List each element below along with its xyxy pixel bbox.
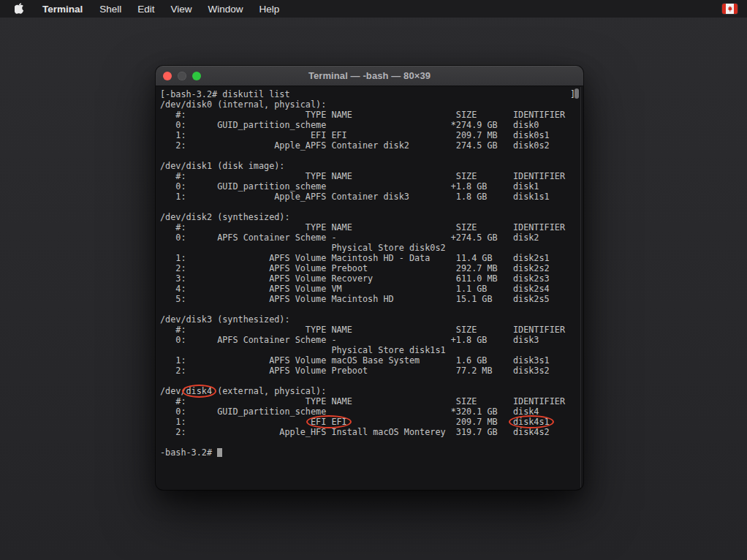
menu-shell[interactable]: Shell [91, 0, 129, 18]
terminal-line: 5: APFS Volume Macintosh HD 15.1 GB disk… [160, 294, 583, 304]
terminal-line: 1: APFS Volume macOS Base System 1.6 GB … [160, 355, 583, 366]
terminal-line: 0: GUID_partition_scheme *274.9 GB disk0 [160, 120, 583, 130]
terminal-line: 4: APFS Volume VM 1.1 GB disk2s4 [160, 284, 583, 294]
terminal-line: 1: EFI EFI 209.7 MB disk0s1 [160, 130, 583, 140]
terminal-line: 2: APFS Volume Preboot 292.7 MB disk2s2 [160, 263, 583, 273]
terminal-line: Physical Store disk0s2 [160, 243, 583, 253]
terminal-line: /dev/disk4 (external, physical): [160, 386, 583, 396]
terminal-line: #: TYPE NAME SIZE IDENTIFIER [160, 396, 583, 406]
terminal-line [160, 151, 583, 161]
terminal-window: Terminal — -bash — 80×39 [-bash-3.2# dis… [156, 66, 583, 490]
terminal-line: #: TYPE NAME SIZE IDENTIFIER [160, 110, 583, 120]
menu-bar: Terminal Shell Edit View Window Help [0, 0, 747, 18]
minimize-button[interactable] [178, 72, 186, 80]
terminal-line: #: TYPE NAME SIZE IDENTIFIER [160, 222, 583, 232]
terminal-line: 2: APFS Volume Preboot 77.2 MB disk3s2 [160, 366, 583, 376]
zoom-button[interactable] [192, 72, 201, 80]
terminal-line: 0: GUID_partition_scheme +1.8 GB disk1 [160, 181, 583, 192]
terminal-content[interactable]: [-bash-3.2# diskutil list ]/dev/disk0 (i… [156, 87, 583, 490]
terminal-line: 1: EFI EFI 209.7 MB disk4s1 [160, 417, 583, 427]
close-button[interactable] [163, 72, 172, 80]
terminal-line: 3: APFS Volume Recovery 611.0 MB disk2s3 [160, 273, 583, 284]
terminal-line: /dev/disk2 (synthesized): [160, 212, 583, 222]
terminal-line: /dev/disk0 (internal, physical): [160, 99, 583, 110]
scrollbar-thumb[interactable] [575, 88, 579, 99]
terminal-line: Physical Store disk1s1 [160, 345, 583, 355]
terminal-line: /dev/disk1 (disk image): [160, 161, 583, 171]
maple-leaf-icon [727, 5, 733, 12]
terminal-line: #: TYPE NAME SIZE IDENTIFIER [160, 325, 583, 335]
terminal-line: 2: Apple_HFS Install macOS Monterey 319.… [160, 427, 583, 437]
apple-icon [15, 2, 24, 16]
input-source-menu[interactable] [720, 0, 740, 18]
menu-view[interactable]: View [163, 0, 200, 18]
terminal-line: /dev/disk3 (synthesized): [160, 314, 583, 325]
scrollbar-track [580, 87, 581, 488]
menu-help[interactable]: Help [251, 0, 288, 18]
canada-flag-icon [722, 4, 737, 14]
terminal-line [160, 304, 583, 314]
terminal-line: 1: APFS Volume Macintosh HD - Data 11.4 … [160, 253, 583, 263]
terminal-line [160, 437, 583, 447]
window-title: Terminal — -bash — 80×39 [308, 70, 431, 81]
terminal-line: 1: Apple_APFS Container disk3 1.8 GB dis… [160, 192, 583, 202]
traffic-lights [163, 66, 201, 86]
window-titlebar[interactable]: Terminal — -bash — 80×39 [156, 66, 583, 86]
terminal-line: 0: APFS Container Scheme - +274.5 GB dis… [160, 232, 583, 243]
terminal-line: -bash-3.2# [160, 447, 583, 458]
terminal-line: #: TYPE NAME SIZE IDENTIFIER [160, 171, 583, 181]
terminal-line: [-bash-3.2# diskutil list ] [160, 89, 583, 99]
terminal-output: [-bash-3.2# diskutil list ]/dev/disk0 (i… [160, 89, 583, 458]
terminal-line: 0: APFS Container Scheme - +1.8 GB disk3 [160, 335, 583, 345]
terminal-line: 2: Apple_APFS Container disk2 274.5 GB d… [160, 140, 583, 151]
terminal-cursor [217, 448, 222, 457]
terminal-line [160, 202, 583, 212]
menu-app-terminal[interactable]: Terminal [34, 0, 91, 18]
menu-window[interactable]: Window [200, 0, 251, 18]
terminal-line [160, 376, 583, 386]
terminal-line: 0: GUID_partition_scheme *320.1 GB disk4 [160, 406, 583, 417]
menu-edit[interactable]: Edit [129, 0, 162, 18]
apple-menu[interactable] [0, 0, 34, 18]
